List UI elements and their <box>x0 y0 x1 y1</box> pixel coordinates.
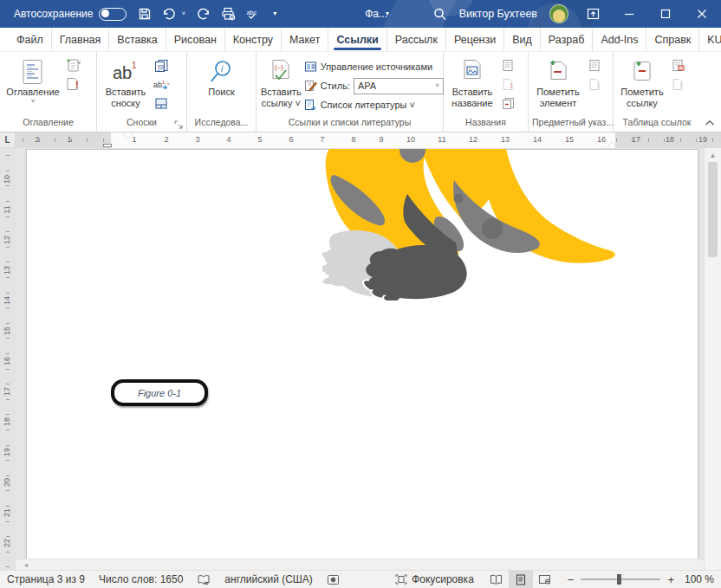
style-icon <box>304 80 317 92</box>
svg-text:!: ! <box>510 81 513 90</box>
vertical-ruler[interactable]: 10111213141516171819202122 <box>0 148 16 570</box>
ribbon: Оглавление ˅ ˅ ! Оглавление ab1 Вставить… <box>0 52 721 132</box>
ruler-number: 11 <box>438 135 445 144</box>
update-table-of-authorities-icon[interactable]: ! <box>669 76 686 93</box>
ruler-number: 6 <box>289 135 293 144</box>
ribbon-tab[interactable]: KUTOOL <box>699 28 721 51</box>
ribbon-tab[interactable]: Файл <box>9 28 52 51</box>
toc-button[interactable]: Оглавление ˅ <box>4 55 62 105</box>
horizontal-scrollbar[interactable]: ◂ <box>16 559 704 570</box>
undo-dropdown-icon[interactable]: ˅ <box>181 10 185 17</box>
redo-icon[interactable] <box>196 7 211 22</box>
macro-recording[interactable] <box>327 574 340 585</box>
horizontal-ruler[interactable]: 2112345678910111213141516171819 <box>16 132 721 148</box>
save-icon[interactable] <box>137 7 152 22</box>
footnotes-dialog-launcher-icon[interactable] <box>174 120 185 130</box>
tab-stop-selector[interactable]: L <box>0 132 16 148</box>
update-index-icon[interactable]: ! <box>586 76 603 93</box>
group-footnotes: ab1 Вставитьсноску [0] ab1˅ Сноски <box>97 52 187 132</box>
figure-caption[interactable]: Figure 0-1 <box>111 379 208 406</box>
zoom-slider[interactable] <box>581 578 660 580</box>
language-indicator[interactable]: английский (США) <box>224 573 312 585</box>
insert-table-of-authorities-icon[interactable] <box>669 57 686 74</box>
collapse-ribbon-button[interactable] <box>700 52 719 132</box>
mark-entry-icon <box>545 57 571 87</box>
maximize-button[interactable] <box>653 7 678 22</box>
ribbon-tab[interactable]: Разраб <box>541 28 594 51</box>
zoom-slider-handle[interactable] <box>617 574 621 585</box>
ribbon-tab[interactable]: Вставка <box>109 28 166 51</box>
insert-index-icon[interactable] <box>586 57 603 74</box>
group-label: Оглавление <box>0 117 96 132</box>
zoom-out-button[interactable]: − <box>568 574 575 585</box>
manage-sources-icon <box>304 61 317 73</box>
next-footnote-icon[interactable]: ab1˅ <box>153 76 170 93</box>
zoom-level[interactable]: 100 % <box>681 573 714 585</box>
ribbon-tab[interactable]: Макет <box>282 28 328 51</box>
ribbon-tab[interactable]: Главная <box>52 28 110 51</box>
page-indicator[interactable]: Страница 3 из 9 <box>7 573 85 585</box>
web-layout-button[interactable] <box>533 571 557 588</box>
autosave-control[interactable]: Автосохранение <box>14 8 127 21</box>
insert-table-of-figures-icon[interactable] <box>499 57 516 74</box>
update-toc-icon[interactable]: ! <box>64 76 81 93</box>
user-name[interactable]: Виктор Бухтеев <box>459 8 537 20</box>
search-button[interactable]: i Поиск <box>197 55 247 98</box>
read-mode-button[interactable] <box>484 571 509 588</box>
ribbon-tab[interactable]: Рецензи <box>446 28 504 51</box>
svg-text:!: ! <box>680 81 683 90</box>
mark-citation-button[interactable]: Пометитьссылку <box>618 55 666 109</box>
ribbon-tab[interactable]: Ссылки <box>328 28 386 51</box>
ribbon-tab[interactable]: Add-Ins <box>593 28 646 51</box>
cross-reference-icon[interactable] <box>499 95 516 112</box>
insert-footnote-button[interactable]: ab1 Вставитьсноску <box>101 55 150 109</box>
left-indent-marker[interactable] <box>103 144 112 147</box>
vertical-scroll-thumb[interactable] <box>708 162 718 257</box>
mark-entry-button[interactable]: Пометитьэлемент <box>533 55 583 109</box>
minimize-button[interactable] <box>617 7 641 22</box>
autosave-toggle[interactable] <box>99 8 127 21</box>
bibliography-button[interactable]: Список литературы ˅ <box>304 96 444 113</box>
show-notes-icon[interactable] <box>153 95 170 112</box>
first-line-indent-marker[interactable] <box>124 133 133 139</box>
focus-icon <box>395 574 407 585</box>
ruler-number: 16 <box>597 135 606 144</box>
right-indent-marker[interactable] <box>607 142 616 147</box>
dinosaur-image[interactable] <box>322 149 617 300</box>
ribbon-display-options-icon[interactable] <box>581 7 605 22</box>
spellcheck-icon[interactable]: abc <box>246 7 261 22</box>
toggle-knob <box>101 10 109 17</box>
focus-mode-button[interactable]: Фокусировка <box>395 573 474 585</box>
qat-more-icon[interactable]: ▾ <box>273 10 276 17</box>
print-layout-button[interactable] <box>509 571 533 588</box>
undo-icon[interactable] <box>162 7 177 22</box>
citation-style-select[interactable]: APA ˅ <box>354 78 444 94</box>
ribbon-tab-row: ФайлГлавнаяВставкаРисованКонструМакетСсы… <box>0 28 721 52</box>
add-text-icon[interactable]: ˅ <box>64 57 81 74</box>
svg-text:1: 1 <box>162 80 166 85</box>
title-dropdown-icon[interactable]: ▾ <box>386 10 389 17</box>
search-icon[interactable] <box>432 7 447 22</box>
proofing-status[interactable] <box>197 574 211 585</box>
group-label: Предметный указ... <box>529 117 613 132</box>
word-count[interactable]: Число слов: 1650 <box>99 573 183 585</box>
document-title[interactable]: Фа... ▾ <box>365 8 389 20</box>
zoom-in-button[interactable]: + <box>667 574 674 585</box>
scroll-up-icon[interactable]: ▲ <box>705 152 721 159</box>
insert-citation-button[interactable]: (–) Вставитьссылку ˅ <box>261 55 302 109</box>
ribbon-tab[interactable]: Констру <box>225 28 282 51</box>
ribbon-tab[interactable]: Рассылк <box>387 28 446 51</box>
ribbon-tab[interactable]: Справк <box>646 28 699 51</box>
ribbon-tab[interactable]: Вид <box>504 28 541 51</box>
ribbon-tab[interactable]: Рисован <box>166 28 225 51</box>
update-table-of-figures-icon[interactable]: ! <box>499 76 516 93</box>
vertical-scrollbar[interactable]: ▲ <box>704 148 721 570</box>
ruler-number: 10 <box>406 135 415 144</box>
manage-sources-button[interactable]: Управление источниками <box>304 58 444 75</box>
close-button[interactable] <box>690 7 714 22</box>
insert-citation-icon: (–) <box>269 57 293 87</box>
insert-caption-button[interactable]: Вставитьназвание <box>448 55 497 109</box>
insert-endnote-icon[interactable]: [0] <box>153 57 170 74</box>
print-icon[interactable] <box>221 7 236 22</box>
avatar[interactable] <box>549 4 568 23</box>
